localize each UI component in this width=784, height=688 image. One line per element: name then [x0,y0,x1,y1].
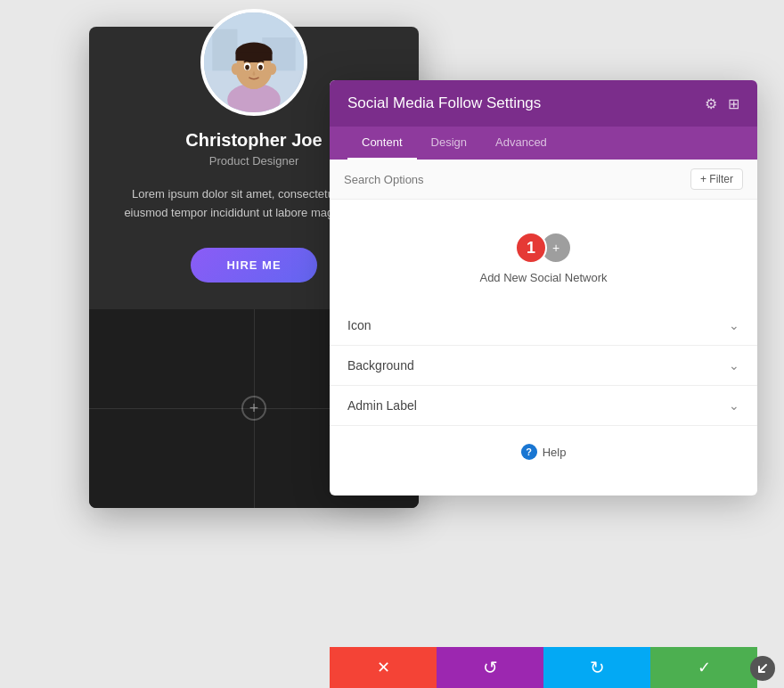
chevron-down-icon: ⌄ [729,358,739,373]
redo-button[interactable]: ↻ [543,647,650,688]
add-network-area: 1 + Add New Social Network [330,217,757,306]
tab-design[interactable]: Design [417,127,481,160]
confirm-icon: ✓ [698,658,711,677]
panel-header: Social Media Follow Settings ⚙ ⊞ [330,80,757,127]
panel-content: 1 + Add New Social Network Icon ⌄ Backgr… [330,200,757,496]
search-row: + Filter [330,160,757,200]
cancel-icon: ✕ [377,658,390,677]
tab-advanced[interactable]: Advanced [481,127,561,160]
chevron-down-icon: ⌄ [729,398,739,413]
accordion-background: Background ⌄ [330,346,757,386]
svg-point-14 [258,65,263,70]
panel-tabs: Content Design Advanced [330,127,757,160]
accordion-admin-label-text: Admin Label [347,398,417,413]
avatar [200,9,307,116]
help-icon[interactable]: ? [521,444,537,460]
redo-icon: ↻ [590,657,605,678]
accordion-background-label: Background [347,358,414,373]
tab-content[interactable]: Content [347,127,417,160]
accordion-admin-label-header[interactable]: Admin Label ⌄ [330,386,757,425]
reset-icon: ↺ [483,657,498,678]
reset-button[interactable]: ↺ [437,647,543,688]
accordion-background-header[interactable]: Background ⌄ [330,346,757,385]
network-badges: 1 + [515,232,572,264]
svg-rect-8 [235,53,272,61]
chevron-down-icon: ⌄ [729,318,739,332]
confirm-button[interactable]: ✓ [650,647,757,688]
panel-header-actions: ⚙ ⊞ [705,95,739,112]
settings-panel: Social Media Follow Settings ⚙ ⊞ Content… [330,80,757,496]
help-row: ? Help [330,426,757,478]
hire-me-button[interactable]: HIRE ME [191,248,316,283]
panel-title: Social Media Follow Settings [347,94,541,112]
search-input[interactable] [344,173,690,186]
action-bar: ✕ ↺ ↻ ✓ [330,647,757,688]
help-text: Help [543,446,567,459]
svg-point-9 [232,63,240,75]
accordion-admin-label: Admin Label ⌄ [330,386,757,426]
profile-title: Product Designer [209,154,298,168]
accordion-icon: Icon ⌄ [330,306,757,346]
grid-icon[interactable]: ⊞ [728,95,739,112]
profile-name: Christopher Joe [185,130,322,151]
settings-icon[interactable]: ⚙ [705,95,717,112]
accordion-icon-header[interactable]: Icon ⌄ [330,306,757,345]
filter-button[interactable]: + Filter [690,168,743,190]
network-count-badge: 1 [515,232,547,264]
svg-point-13 [245,65,249,70]
corner-arrow-icon[interactable] [750,656,775,681]
cancel-button[interactable]: ✕ [330,647,437,688]
add-network-label: Add New Social Network [479,271,607,284]
accordion-icon-label: Icon [347,318,371,332]
svg-point-10 [268,63,276,75]
